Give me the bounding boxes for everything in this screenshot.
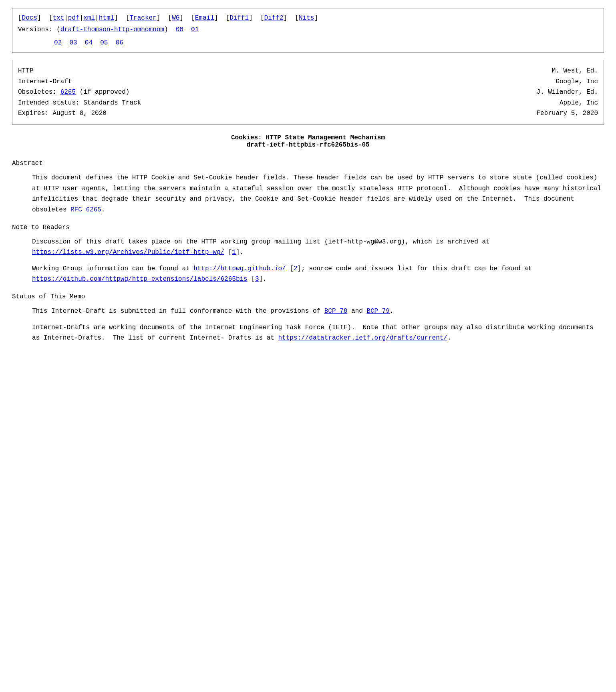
author2-name: J. Wilander, Ed. [536, 87, 598, 97]
nav-nits[interactable]: Nits [299, 14, 314, 22]
ref3-link[interactable]: 3 [255, 276, 259, 283]
nav-email[interactable]: Email [195, 14, 214, 22]
datatracker-link[interactable]: https://datatracker.ietf.org/drafts/curr… [278, 334, 447, 342]
version-00[interactable]: 00 [176, 26, 183, 33]
note-to-readers-body: Discussion of this draft takes place on … [32, 237, 604, 285]
nav-xml[interactable]: xml [83, 14, 95, 22]
note-para1: Discussion of this draft takes place on … [32, 237, 604, 258]
versions-label: Versions: (draft-thomson-http-omnomnom) … [18, 26, 199, 33]
doc-date: February 5, 2020 [536, 108, 598, 119]
version-02[interactable]: 02 [54, 39, 62, 46]
doc-obsoletes: Obsoletes: 6265 (if approved) [18, 87, 141, 97]
bcp79-link[interactable]: BCP 79 [366, 308, 390, 315]
obsoletes-link[interactable]: 6265 [60, 89, 76, 96]
header-left: HTTP Internet-Draft Obsoletes: 6265 (if … [18, 66, 141, 119]
w3-archive-link[interactable]: https://lists.w3.org/Archives/Public/iet… [32, 249, 224, 256]
nav-txt[interactable]: txt [52, 14, 64, 22]
note-to-readers-heading: Note to Readers [12, 224, 604, 231]
header-row: HTTP Internet-Draft Obsoletes: 6265 (if … [18, 66, 598, 119]
author1-org: Google, Inc [536, 76, 598, 87]
nav-wg[interactable]: WG [172, 14, 179, 22]
top-nav: [Docs] [txt|pdf|xml|html] [Tracker] [WG]… [12, 8, 604, 53]
document-title: Cookies: HTTP State Management Mechanism… [12, 134, 604, 149]
abstract-paragraph: This document defines the HTTP Cookie an… [32, 173, 604, 215]
doc-type: HTTP [18, 66, 141, 76]
status-para2: Internet-Drafts are working documents of… [32, 322, 604, 344]
author1-name: M. West, Ed. [536, 66, 598, 76]
nav-tracker[interactable]: Tracker [130, 14, 157, 22]
ref1-link[interactable]: 1 [232, 249, 236, 256]
status-section: Status of This Memo This Internet-Draft … [12, 293, 604, 343]
nav-pdf[interactable]: pdf [68, 14, 80, 22]
nav-diff2[interactable]: Diff2 [264, 14, 284, 22]
version-06[interactable]: 06 [116, 39, 123, 46]
nav-docs[interactable]: Docs [22, 14, 37, 22]
versions-line: Versions: (draft-thomson-http-omnomnom) … [18, 24, 598, 36]
bcp78-link[interactable]: BCP 78 [324, 308, 348, 315]
versions-draft-link[interactable]: draft-thomson-http-omnomnom [60, 26, 164, 33]
header-right: M. West, Ed. Google, Inc J. Wilander, Ed… [536, 66, 598, 119]
abstract-body: This document defines the HTTP Cookie an… [32, 173, 604, 215]
nav-html[interactable]: html [99, 14, 114, 22]
doc-title-line2: draft-ietf-httpbis-rfc6265bis-05 [12, 141, 604, 149]
versions-row2: 02 03 04 05 06 [54, 37, 598, 49]
doc-expires: Expires: August 8, 2020 [18, 108, 141, 119]
abstract-heading: Abstract [12, 160, 604, 167]
abstract-section: Abstract This document defines the HTTP … [12, 160, 604, 215]
status-para1: This Internet-Draft is submitted in full… [32, 306, 604, 316]
status-heading: Status of This Memo [12, 293, 604, 300]
rfc6265-link[interactable]: RFC 6265 [70, 206, 101, 213]
note-para2: Working Group information can be found a… [32, 264, 604, 285]
ref2-link[interactable]: 2 [294, 265, 298, 272]
version-03[interactable]: 03 [69, 39, 77, 46]
version-01[interactable]: 01 [191, 26, 199, 33]
nav-diff1[interactable]: Diff1 [229, 14, 249, 22]
document-header: HTTP Internet-Draft Obsoletes: 6265 (if … [12, 60, 604, 125]
author2-org: Apple, Inc [536, 98, 598, 108]
doc-title-line1: Cookies: HTTP State Management Mechanism [12, 134, 604, 141]
status-body: This Internet-Draft is submitted in full… [32, 306, 604, 343]
nav-links: [Docs] [txt|pdf|xml|html] [Tracker] [WG]… [18, 12, 598, 24]
note-to-readers-section: Note to Readers Discussion of this draft… [12, 224, 604, 285]
httpwg-link[interactable]: http://httpwg.github.io/ [193, 265, 286, 272]
version-04[interactable]: 04 [85, 39, 93, 46]
doc-category: Internet-Draft [18, 76, 141, 87]
version-05[interactable]: 05 [100, 39, 108, 46]
github-link[interactable]: https://github.com/httpwg/http-extension… [32, 276, 248, 283]
doc-status: Intended status: Standards Track [18, 98, 141, 108]
